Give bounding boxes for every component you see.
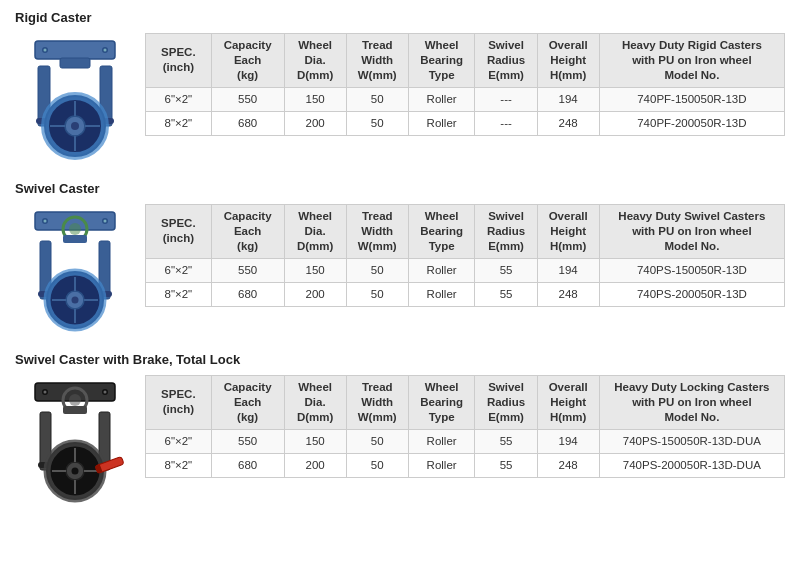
table-cell: 248 xyxy=(537,453,599,477)
table-cell: 50 xyxy=(346,453,408,477)
header-tread: TreadWidthW(mm) xyxy=(346,376,408,430)
table-header-row: SPEC.(inch) CapacityEach(kg) WheelDia.D(… xyxy=(146,376,785,430)
table-cell: 740PS-150050R-13D-DUA xyxy=(599,429,784,453)
table-cell: --- xyxy=(475,87,537,111)
svg-point-31 xyxy=(72,296,79,303)
rigid-caster-content: SPEC.(inch) CapacityEach(kg) WheelDia.D(… xyxy=(15,33,785,163)
header-wheel-dia: WheelDia.D(mm) xyxy=(284,34,346,88)
rigid-caster-table: SPEC.(inch) CapacityEach(kg) WheelDia.D(… xyxy=(145,33,785,136)
table-row: 8"×2"68020050Roller55248740PS-200050R-13… xyxy=(146,453,785,477)
table-cell: 194 xyxy=(537,87,599,111)
table-cell: 550 xyxy=(211,87,284,111)
table-cell: 50 xyxy=(346,282,408,306)
table-header-row: SPEC.(inch) CapacityEach(kg) WheelDia.D(… xyxy=(146,34,785,88)
rigid-caster-title: Rigid Caster xyxy=(15,10,785,25)
table-cell: 680 xyxy=(211,453,284,477)
swivel-caster-svg xyxy=(20,207,130,332)
svg-point-12 xyxy=(71,122,79,130)
table-cell: --- xyxy=(475,111,537,135)
table-cell: 550 xyxy=(211,258,284,282)
header-overall: OverallHeightH(mm) xyxy=(537,205,599,259)
swivel-caster-table: SPEC.(inch) CapacityEach(kg) WheelDia.D(… xyxy=(145,204,785,307)
brake-caster-section: Swivel Caster with Brake, Total Lock xyxy=(15,352,785,505)
header-spec: SPEC.(inch) xyxy=(146,34,212,88)
header-tread: TreadWidthW(mm) xyxy=(346,205,408,259)
table-cell: 248 xyxy=(537,282,599,306)
header-capacity: CapacityEach(kg) xyxy=(211,376,284,430)
svg-point-3 xyxy=(44,48,47,51)
table-cell: 680 xyxy=(211,111,284,135)
header-capacity: CapacityEach(kg) xyxy=(211,34,284,88)
table-row: 6"×2"55015050Roller55194740PS-150050R-13… xyxy=(146,258,785,282)
table-cell: 150 xyxy=(284,87,346,111)
table-cell: 8"×2" xyxy=(146,282,212,306)
table-cell: Roller xyxy=(408,453,475,477)
table-cell: 50 xyxy=(346,87,408,111)
table-cell: 740PS-150050R-13D xyxy=(599,258,784,282)
svg-point-21 xyxy=(104,219,107,222)
svg-rect-24 xyxy=(63,235,87,243)
swivel-caster-section: Swivel Caster xyxy=(15,181,785,334)
brake-caster-content: SPEC.(inch) CapacityEach(kg) WheelDia.D(… xyxy=(15,375,785,505)
swivel-caster-content: SPEC.(inch) CapacityEach(kg) WheelDia.D(… xyxy=(15,204,785,334)
svg-point-20 xyxy=(44,219,47,222)
table-cell: 200 xyxy=(284,111,346,135)
table-cell: 50 xyxy=(346,429,408,453)
table-cell: Roller xyxy=(408,87,475,111)
header-bearing: WheelBearingType xyxy=(408,376,475,430)
table-cell: 6"×2" xyxy=(146,87,212,111)
table-cell: Roller xyxy=(408,111,475,135)
table-cell: 740PF-200050R-13D xyxy=(599,111,784,135)
table-cell: 8"×2" xyxy=(146,453,212,477)
svg-point-39 xyxy=(44,390,47,393)
table-cell: 6"×2" xyxy=(146,258,212,282)
table-cell: 55 xyxy=(475,282,537,306)
table-cell: 740PS-200050R-13D-DUA xyxy=(599,453,784,477)
table-cell: 680 xyxy=(211,282,284,306)
header-wheel-dia: WheelDia.D(mm) xyxy=(284,376,346,430)
table-cell: 740PF-150050R-13D xyxy=(599,87,784,111)
header-swivel: SwivelRadiusE(mm) xyxy=(475,376,537,430)
svg-rect-43 xyxy=(63,406,87,414)
svg-point-50 xyxy=(72,467,79,474)
table-row: 6"×2"55015050Roller55194740PS-150050R-13… xyxy=(146,429,785,453)
table-cell: 200 xyxy=(284,453,346,477)
table-cell: 740PS-200050R-13D xyxy=(599,282,784,306)
table-header-row: SPEC.(inch) CapacityEach(kg) WheelDia.D(… xyxy=(146,205,785,259)
header-spec: SPEC.(inch) xyxy=(146,376,212,430)
header-overall: OverallHeightH(mm) xyxy=(537,34,599,88)
brake-caster-title: Swivel Caster with Brake, Total Lock xyxy=(15,352,785,367)
table-cell: 50 xyxy=(346,258,408,282)
table-cell: Roller xyxy=(408,258,475,282)
header-model: Heavy Duty Rigid Casterswith PU on Iron … xyxy=(599,34,784,88)
table-cell: 550 xyxy=(211,429,284,453)
header-swivel: SwivelRadiusE(mm) xyxy=(475,205,537,259)
table-cell: Roller xyxy=(408,429,475,453)
table-row: 8"×2"68020050Roller55248740PS-200050R-13… xyxy=(146,282,785,306)
header-wheel-dia: WheelDia.D(mm) xyxy=(284,205,346,259)
svg-point-40 xyxy=(104,390,107,393)
table-cell: 150 xyxy=(284,258,346,282)
table-cell: 6"×2" xyxy=(146,429,212,453)
table-cell: 50 xyxy=(346,111,408,135)
header-swivel: SwivelRadiusE(mm) xyxy=(475,34,537,88)
table-cell: Roller xyxy=(408,282,475,306)
table-cell: 150 xyxy=(284,429,346,453)
table-row: 8"×2"68020050Roller---248740PF-200050R-1… xyxy=(146,111,785,135)
brake-caster-image xyxy=(15,375,135,505)
table-cell: 200 xyxy=(284,282,346,306)
header-bearing: WheelBearingType xyxy=(408,205,475,259)
header-spec: SPEC.(inch) xyxy=(146,205,212,259)
swivel-caster-title: Swivel Caster xyxy=(15,181,785,196)
table-cell: 55 xyxy=(475,258,537,282)
svg-rect-5 xyxy=(60,58,90,68)
rigid-caster-svg xyxy=(20,36,130,161)
rigid-caster-image xyxy=(15,33,135,163)
svg-point-4 xyxy=(104,48,107,51)
swivel-caster-image xyxy=(15,204,135,334)
svg-point-42 xyxy=(69,394,81,406)
header-tread: TreadWidthW(mm) xyxy=(346,34,408,88)
header-model: Heavy Duty Locking Casterswith PU on Iro… xyxy=(599,376,784,430)
table-cell: 55 xyxy=(475,453,537,477)
table-cell: 248 xyxy=(537,111,599,135)
